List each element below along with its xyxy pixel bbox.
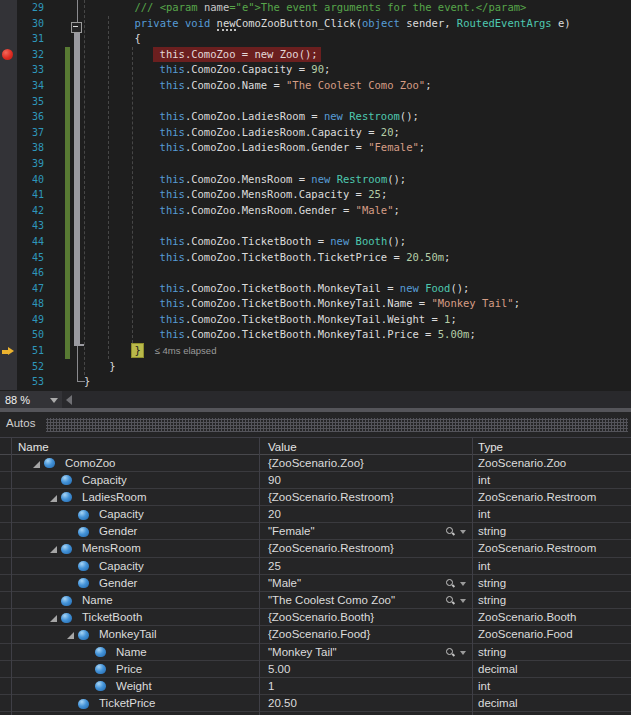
code-line[interactable]: 50this.ComoZoo.TicketBooth.MonkeyTail.Pr… bbox=[0, 327, 631, 343]
code-token: new bbox=[400, 282, 419, 294]
code-line[interactable]: 52} bbox=[0, 359, 631, 375]
code-token: this bbox=[160, 297, 185, 309]
variable-row[interactable]: MonkeyTail{ZooScenario.Food}ZooScenario.… bbox=[0, 626, 631, 643]
autos-title-bar[interactable]: Autos bbox=[0, 412, 631, 437]
expander-collapse-icon[interactable] bbox=[33, 461, 40, 468]
magnifier-icon[interactable] bbox=[446, 648, 454, 656]
variable-value[interactable]: {ZooScenario.Booth} bbox=[268, 610, 374, 625]
code-line[interactable]: 40this.ComoZoo.MensRoom = new Restroom()… bbox=[0, 172, 631, 188]
code-token: ; bbox=[419, 141, 425, 153]
code-token: (); bbox=[387, 173, 406, 185]
variable-value[interactable]: {ZooScenario.Restroom} bbox=[268, 541, 394, 556]
code-token: new bbox=[324, 110, 343, 122]
expander-collapse-icon[interactable] bbox=[67, 632, 74, 639]
variable-value[interactable]: {ZooScenario.Zoo} bbox=[268, 456, 364, 471]
code-line[interactable]: 37this.ComoZoo.LadiesRoom.Capacity = 20; bbox=[0, 125, 631, 141]
code-token: .ComoZoo.TicketBooth.MonkeyTail.Price = bbox=[185, 328, 438, 340]
code-line[interactable]: 53} bbox=[0, 374, 631, 390]
code-line[interactable]: 41this.ComoZoo.MensRoom.Capacity = 25; bbox=[0, 187, 631, 203]
code-line[interactable]: 35 bbox=[0, 94, 631, 110]
code-editor[interactable]: 29/// <param name="e">The event argument… bbox=[0, 0, 631, 390]
variable-value[interactable]: 20 bbox=[268, 507, 281, 522]
magnifier-dropdown-icon[interactable] bbox=[460, 582, 466, 586]
variable-value[interactable]: "Monkey Tail" bbox=[268, 645, 337, 660]
code-line[interactable]: 47this.ComoZoo.TicketBooth.MonkeyTail = … bbox=[0, 281, 631, 297]
variable-row[interactable]: Capacity25int bbox=[0, 558, 631, 575]
variable-value[interactable]: {ZooScenario.Food} bbox=[268, 627, 370, 642]
magnifier-icon[interactable] bbox=[446, 579, 454, 587]
code-line[interactable]: 38this.ComoZoo.LadiesRoom.Gender = "Fema… bbox=[0, 140, 631, 156]
code-token: .ComoZoo.Name = bbox=[185, 79, 286, 91]
variable-row[interactable]: TicketPrice20.50decimal bbox=[0, 695, 631, 712]
column-separator[interactable] bbox=[259, 437, 260, 715]
variable-value[interactable]: "Male" bbox=[268, 576, 301, 591]
variable-value[interactable]: {ZooScenario.Restroom} bbox=[268, 490, 394, 505]
expander-collapse-icon[interactable] bbox=[50, 615, 57, 622]
variable-row[interactable]: Weight1int bbox=[0, 678, 631, 695]
expander-collapse-icon[interactable] bbox=[50, 495, 57, 502]
variable-value[interactable]: "The Coolest Como Zoo" bbox=[268, 593, 395, 608]
scroll-left-icon[interactable] bbox=[66, 395, 72, 405]
magnifier-dropdown-icon[interactable] bbox=[460, 530, 466, 534]
code-line[interactable]: 45this.ComoZoo.TicketBooth.TicketPrice =… bbox=[0, 250, 631, 266]
code-token: 20 bbox=[381, 126, 394, 138]
code-token: .ComoZoo.TicketBooth.TicketPrice = bbox=[185, 251, 406, 263]
variable-row[interactable]: TicketBooth{ZooScenario.Booth}ZooScenari… bbox=[0, 609, 631, 626]
code-token: new bbox=[217, 17, 236, 31]
code-line[interactable]: 30private void newComoZooButton_Click(ob… bbox=[0, 16, 631, 32]
variable-row[interactable]: LadiesRoom{ZooScenario.Restroom}ZooScena… bbox=[0, 489, 631, 506]
magnifier-dropdown-icon[interactable] bbox=[460, 651, 466, 655]
code-line[interactable]: 44this.ComoZoo.TicketBooth = new Booth()… bbox=[0, 234, 631, 250]
expander-collapse-icon[interactable] bbox=[50, 546, 57, 553]
code-line[interactable]: 51}≤ 4ms elapsed bbox=[0, 343, 631, 359]
code-line[interactable]: 39 bbox=[0, 156, 631, 172]
variable-row[interactable]: Gender"Male"string bbox=[0, 575, 631, 592]
variable-row[interactable]: Name"Monkey Tail"string bbox=[0, 644, 631, 661]
code-line[interactable]: 43 bbox=[0, 218, 631, 234]
code-line[interactable]: 33this.ComoZoo.Capacity = 90; bbox=[0, 62, 631, 78]
magnifier-dropdown-icon[interactable] bbox=[460, 599, 466, 603]
column-header-value[interactable]: Value bbox=[268, 439, 297, 455]
variable-value[interactable]: 90 bbox=[268, 473, 281, 488]
variable-value[interactable]: 1 bbox=[268, 679, 274, 694]
code-token: name bbox=[204, 1, 229, 13]
code-line[interactable]: 32this.ComoZoo = new Zoo(); bbox=[0, 47, 631, 63]
column-header-type[interactable]: Type bbox=[478, 439, 503, 455]
variable-value[interactable]: "Female" bbox=[268, 524, 315, 539]
perf-tip[interactable]: ≤ 4ms elapsed bbox=[155, 345, 217, 356]
code-token: ; bbox=[381, 188, 387, 200]
variable-value[interactable]: 25 bbox=[268, 559, 281, 574]
variable-name: TicketPrice bbox=[99, 696, 155, 711]
code-line[interactable]: 48this.ComoZoo.TicketBooth.MonkeyTail.Na… bbox=[0, 296, 631, 312]
column-header-name[interactable]: Name bbox=[18, 439, 49, 455]
code-line[interactable]: 46 bbox=[0, 265, 631, 281]
magnifier-icon[interactable] bbox=[446, 596, 454, 604]
variable-row[interactable]: Price5.00decimal bbox=[0, 661, 631, 678]
variable-row[interactable]: Name"The Coolest Como Zoo"string bbox=[0, 592, 631, 609]
variable-icon bbox=[78, 561, 89, 571]
code-token: "Female" bbox=[368, 141, 419, 153]
code-text: /// <param name="e">The event arguments … bbox=[0, 0, 526, 16]
code-line[interactable]: 34this.ComoZoo.Name = "The Coolest Como … bbox=[0, 78, 631, 94]
code-text: this.ComoZoo.TicketBooth.MonkeyTail.Name… bbox=[0, 296, 520, 312]
variable-row[interactable]: MensRoom{ZooScenario.Restroom}ZooScenari… bbox=[0, 540, 631, 557]
code-text: } bbox=[0, 359, 116, 375]
zoom-level-combobox[interactable]: 88 % bbox=[0, 391, 62, 409]
code-token: .ComoZoo.Capacity = bbox=[185, 63, 311, 75]
magnifier-icon[interactable] bbox=[446, 527, 454, 535]
code-text: this.ComoZoo.TicketBooth.MonkeyTail.Weig… bbox=[0, 312, 457, 328]
code-line[interactable]: 36this.ComoZoo.LadiesRoom = new Restroom… bbox=[0, 109, 631, 125]
vs-debug-window: 29/// <param name="e">The event argument… bbox=[0, 0, 631, 715]
variable-value[interactable]: 5.00 bbox=[268, 662, 290, 677]
variable-value[interactable]: 20.50 bbox=[268, 696, 297, 711]
variable-row[interactable]: ComoZoo{ZooScenario.Zoo}ZooScenario.Zoo bbox=[0, 455, 631, 472]
variable-row[interactable]: Gender"Female"string bbox=[0, 523, 631, 540]
code-line[interactable]: 29/// <param name="e">The event argument… bbox=[0, 0, 631, 16]
code-line[interactable]: 31{ bbox=[0, 31, 631, 47]
code-line[interactable]: 49this.ComoZoo.TicketBooth.MonkeyTail.We… bbox=[0, 312, 631, 328]
variable-row[interactable]: Capacity90int bbox=[0, 472, 631, 489]
code-line[interactable]: 42this.ComoZoo.MensRoom.Gender = "Male"; bbox=[0, 203, 631, 219]
code-token: ="e">The event arguments for the event.<… bbox=[229, 1, 526, 13]
column-separator[interactable] bbox=[472, 437, 473, 715]
variable-row[interactable]: Capacity20int bbox=[0, 506, 631, 523]
